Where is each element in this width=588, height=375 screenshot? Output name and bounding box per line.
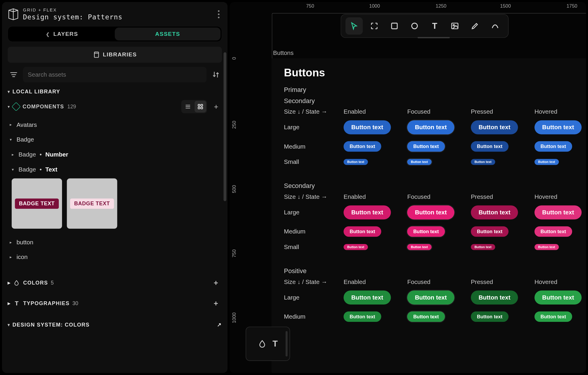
sample-button[interactable]: Button text [344,290,391,305]
tool-text[interactable]: T [426,17,443,35]
sample-button[interactable]: Button text [471,141,509,152]
sample-button[interactable]: Button text [344,205,391,219]
button-cell: Button text [344,226,407,237]
chevron-down-icon: ▾ [10,137,14,142]
sample-button[interactable]: Button text [344,311,381,322]
scrollbar-thumb[interactable] [223,52,226,201]
droplet-icon [14,280,20,286]
sample-button[interactable]: Button text [407,244,431,250]
button-cell: Button text [471,226,534,237]
doc-title: Buttons [284,66,586,79]
sample-button[interactable]: Button text [534,141,572,152]
sample-button[interactable]: Button text [407,311,445,322]
button-cell: Button text [344,290,407,305]
badge-preview-dark[interactable]: BADGE TEXT [12,179,62,229]
tab-assets[interactable]: ASSETS [115,28,220,41]
sample-button[interactable]: Button text [471,159,495,165]
tree-item-badge[interactable]: ▾ Badge [8,132,222,147]
size-label: Large [284,209,344,216]
svg-point-12 [412,23,417,29]
sample-button[interactable]: Button text [407,226,445,237]
tree-item-badge-text[interactable]: ▾ Badge Text [8,162,222,177]
add-component-button[interactable]: + [210,101,222,112]
ruler-vertical: 0 250 500 750 1000 [230,12,239,373]
sample-button[interactable]: Button text [344,120,391,134]
add-typography-button[interactable]: + [210,297,222,309]
sample-button[interactable]: Button text [471,311,509,322]
sample-button[interactable]: Button text [407,159,431,165]
button-cell: Button text [407,226,471,237]
sample-button[interactable]: Button text [534,311,572,322]
chevron-right-icon: ▸ [10,255,14,259]
sample-button[interactable]: Button text [534,120,582,134]
tool-rectangle[interactable] [386,17,403,35]
sample-button[interactable]: Button text [471,120,518,134]
group-subtitle: Secondary [284,97,586,105]
view-grid-button[interactable] [195,101,206,112]
sample-button[interactable]: Button text [471,226,509,237]
tree-item-button[interactable]: ▸ button [8,235,222,250]
tree-item-avatars[interactable]: ▸ Avatars [8,117,222,132]
button-row: MediumButton textButton textButton textB… [284,141,586,152]
state-col: Enabled [344,108,407,115]
tool-pen[interactable] [466,17,484,35]
sample-button[interactable]: Button text [407,120,455,134]
section-colors[interactable]: ▸ COLORS 5 + [8,273,222,293]
tab-layers[interactable]: ❮ LAYERS [9,28,115,41]
search-input[interactable] [23,67,207,82]
section-local-library[interactable]: ▾ LOCAL LIBRARY [8,88,222,95]
button-cell: Button text [534,205,586,219]
tree-item-badge-number[interactable]: ▸ Badge Number [8,147,222,162]
sample-button[interactable]: Button text [407,290,455,305]
project-menu-button[interactable] [215,9,223,20]
sample-button[interactable]: Button text [407,205,455,219]
sample-button[interactable]: Button text [534,159,559,165]
tool-ellipse[interactable] [406,17,423,35]
sample-button[interactable]: Button text [471,244,495,250]
section-typographies[interactable]: ▸ T TYPOGRAPHIES 30 + [8,293,222,314]
svg-rect-10 [201,107,203,109]
external-link-icon[interactable]: ↗ [217,322,222,328]
button-cell: Button text [407,159,471,165]
sample-button[interactable]: Button text [407,141,445,152]
tool-select[interactable] [345,17,363,35]
tool-curve[interactable] [487,17,504,35]
button-cell: Button text [344,120,407,134]
button-row: LargeButton textButton textButton textBu… [284,290,586,305]
section-design-system-colors[interactable]: ▾ DESIGN SYSTEM: COLORS ↗ [8,322,222,328]
tool-frame[interactable] [366,17,383,35]
sample-button[interactable]: Button text [344,226,381,237]
state-col: Focused [407,278,471,285]
button-cell: Button text [534,120,586,134]
libraries-button[interactable]: LIBRARIES [8,47,222,63]
badge-preview-light[interactable]: BADGE TEXT [67,179,117,229]
frame-label[interactable]: Buttons [273,50,294,56]
view-list-button[interactable] [182,101,194,112]
sample-button[interactable]: Button text [344,159,368,165]
sample-button[interactable]: Button text [344,244,368,250]
sort-icon[interactable] [210,68,222,82]
svg-rect-11 [392,23,397,29]
mini-scrollbar[interactable] [285,331,288,356]
floating-mini-panel[interactable]: T [246,327,290,361]
chevron-down-icon[interactable]: ▾ [8,104,10,109]
group-title: Positive [284,267,586,275]
filter-icon[interactable] [8,68,20,82]
sample-button[interactable]: Button text [471,290,518,305]
sidebar-scrollbar[interactable] [223,52,226,249]
text-icon[interactable]: T [273,339,278,349]
sample-button[interactable]: Button text [344,141,381,152]
button-cell: Button text [534,159,586,165]
sample-button[interactable]: Button text [471,205,518,219]
sample-button[interactable]: Button text [534,226,572,237]
canvas[interactable]: 750 1000 1250 1500 1750 0 250 500 750 10… [230,2,586,373]
tree-item-icon[interactable]: ▸ icon [8,250,222,265]
sample-button[interactable]: Button text [534,244,559,250]
tool-image[interactable] [446,17,464,35]
add-color-button[interactable]: + [210,277,222,289]
svg-rect-9 [198,107,200,109]
sample-button[interactable]: Button text [534,290,582,305]
button-cell: Button text [471,141,534,152]
sample-button[interactable]: Button text [534,205,582,219]
droplet-icon[interactable] [258,339,267,348]
